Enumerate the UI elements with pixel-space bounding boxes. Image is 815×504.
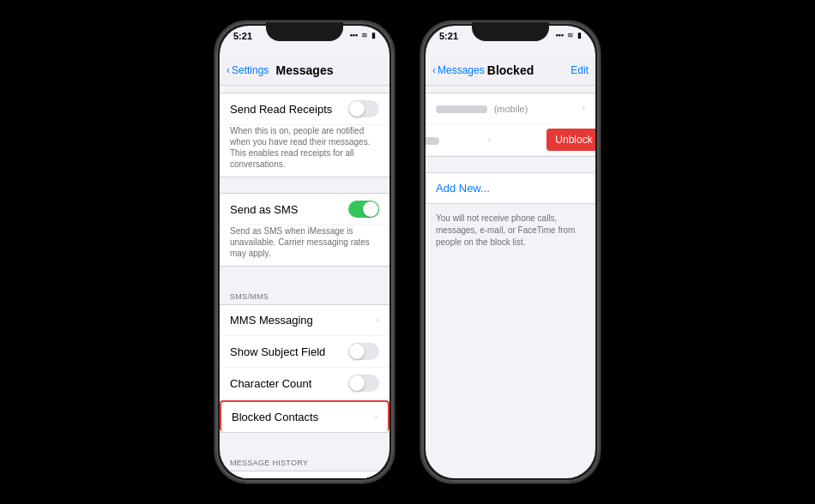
back-button-2[interactable]: ‹ Messages bbox=[432, 64, 485, 76]
toggle-knob bbox=[349, 101, 365, 117]
blocked-contacts-label: Blocked Contacts bbox=[232, 411, 371, 423]
redacted-bar-2 bbox=[426, 137, 439, 145]
blocked-list-group: (mobile) › 8 › bbox=[426, 93, 595, 157]
sms-mms-header: SMS/MMS bbox=[220, 282, 389, 304]
blocked-name-1: (mobile) bbox=[436, 102, 579, 115]
blocked-notice: You will not receive phone calls, messag… bbox=[426, 204, 595, 257]
content-1: Send Read Receipts When this is on, peop… bbox=[220, 86, 389, 478]
send-as-sms-desc: Send as SMS when iMessage is unavailable… bbox=[220, 225, 389, 266]
send-as-sms-row[interactable]: Send as SMS bbox=[220, 194, 389, 225]
send-read-receipts-toggle[interactable] bbox=[348, 100, 379, 117]
character-count-toggle[interactable] bbox=[348, 375, 379, 392]
character-count-row[interactable]: Character Count bbox=[220, 368, 389, 399]
subject-knob bbox=[349, 344, 365, 359]
blocked-item-2-chevron: › bbox=[488, 135, 491, 145]
battery-icon-2: ▮ bbox=[577, 31, 582, 39]
keep-messages-row[interactable]: Keep Messages Forever › bbox=[220, 471, 389, 478]
nav-title-1: Messages bbox=[276, 63, 334, 77]
notch-2 bbox=[472, 22, 549, 41]
phone-2: 5:21 ▪▪▪ ≋ ▮ ‹ Messages Blocked Edit bbox=[420, 21, 601, 483]
redacted-bar-1 bbox=[436, 105, 487, 113]
read-receipts-group: Send Read Receipts When this is on, peop… bbox=[220, 93, 389, 177]
blocked-item-1-chevron: › bbox=[583, 104, 585, 113]
back-label-1: Settings bbox=[232, 64, 269, 76]
wifi-icon-2: ≋ bbox=[567, 31, 574, 39]
nav-title-2: Blocked bbox=[487, 63, 534, 77]
mms-messaging-row[interactable]: MMS Messaging › bbox=[220, 305, 389, 336]
status-icons-2: ▪▪▪ ≋ ▮ bbox=[555, 31, 582, 39]
back-label-2: Messages bbox=[438, 64, 485, 76]
mms-messaging-label: MMS Messaging bbox=[230, 314, 373, 327]
back-chevron-2: ‹ bbox=[432, 64, 436, 76]
sms-toggle-knob bbox=[363, 201, 378, 217]
sms-mms-group: MMS Messaging › Show Subject Field Chara… bbox=[220, 304, 389, 433]
blocked-name-2: 8 bbox=[426, 134, 485, 147]
character-count-label: Character Count bbox=[230, 377, 348, 390]
screen-2: 5:21 ▪▪▪ ≋ ▮ ‹ Messages Blocked Edit bbox=[426, 26, 595, 478]
blocked-item-1[interactable]: (mobile) › bbox=[426, 93, 595, 124]
gap-3 bbox=[220, 433, 389, 448]
status-icons-1: ▪▪▪ ≋ ▮ bbox=[349, 31, 376, 39]
status-time-2: 5:21 bbox=[439, 31, 458, 41]
content-2: (mobile) › 8 › bbox=[426, 86, 595, 478]
nav-bar-1: ‹ Settings Messages bbox=[220, 55, 389, 86]
wifi-icon-1: ≋ bbox=[361, 31, 368, 39]
back-chevron-1: ‹ bbox=[226, 64, 230, 76]
signal-icon-1: ▪▪▪ bbox=[349, 31, 358, 39]
send-read-receipts-row[interactable]: Send Read Receipts bbox=[220, 93, 389, 125]
add-new-button[interactable]: Add New... bbox=[426, 172, 595, 204]
blocked-item-2-wrapper: 8 › Unblock bbox=[426, 124, 595, 156]
screen-1: 5:21 ▪▪▪ ≋ ▮ ‹ Settings Messages Send Re… bbox=[220, 26, 389, 478]
message-history-header: MESSAGE HISTORY bbox=[220, 448, 389, 471]
blocked-contacts-row[interactable]: Blocked Contacts › bbox=[220, 400, 389, 431]
send-as-sms-label: Send as SMS bbox=[230, 203, 348, 216]
show-subject-field-label: Show Subject Field bbox=[230, 345, 348, 358]
notch-1 bbox=[266, 22, 343, 41]
char-knob bbox=[349, 375, 365, 391]
edit-button[interactable]: Edit bbox=[570, 64, 589, 76]
send-read-receipts-label: Send Read Receipts bbox=[230, 103, 348, 116]
signal-icon-2: ▪▪▪ bbox=[555, 31, 564, 39]
phone-1: 5:21 ▪▪▪ ≋ ▮ ‹ Settings Messages Send Re… bbox=[214, 21, 395, 483]
show-subject-toggle[interactable] bbox=[348, 343, 379, 360]
gap-top bbox=[426, 86, 595, 93]
nav-bar-2: ‹ Messages Blocked Edit bbox=[426, 55, 595, 86]
blocked-chevron: › bbox=[375, 412, 377, 422]
battery-icon-1: ▮ bbox=[371, 31, 376, 39]
status-time-1: 5:21 bbox=[233, 31, 252, 41]
gap-1 bbox=[220, 177, 389, 193]
back-button-1[interactable]: ‹ Settings bbox=[226, 64, 269, 76]
send-as-sms-toggle[interactable] bbox=[348, 201, 379, 218]
blocked-mobile-label: (mobile) bbox=[494, 104, 528, 114]
unblock-button[interactable]: Unblock bbox=[546, 129, 595, 151]
mms-chevron: › bbox=[377, 315, 379, 325]
gap-2 bbox=[220, 267, 389, 282]
send-as-sms-group: Send as SMS Send as SMS when iMessage is… bbox=[220, 193, 389, 267]
show-subject-field-row[interactable]: Show Subject Field bbox=[220, 336, 389, 368]
message-history-group: Keep Messages Forever › bbox=[220, 471, 389, 478]
read-receipts-desc: When this is on, people are notified whe… bbox=[220, 125, 389, 177]
